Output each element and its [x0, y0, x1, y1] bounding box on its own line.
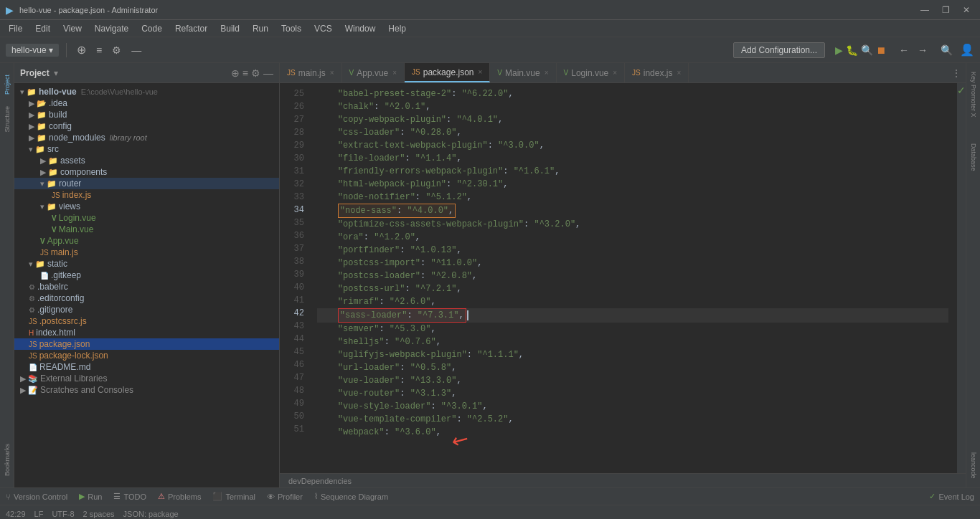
- project-panel-toggle[interactable]: Project: [2, 69, 12, 100]
- terminal-tab[interactable]: ⬛ Terminal: [212, 492, 255, 501]
- tree-item-package-json[interactable]: JS package.json: [14, 338, 279, 350]
- profiler-tab[interactable]: 👁 Profiler: [267, 492, 303, 501]
- tab-more-button[interactable]: ⋮: [947, 67, 966, 79]
- tree-item-gitkeep[interactable]: 📄 .gitkeep: [14, 270, 279, 281]
- toolbar-sync-icon[interactable]: ≡: [93, 43, 105, 57]
- menu-run[interactable]: Run: [247, 22, 274, 35]
- error-indicator[interactable]: ✓: [957, 85, 966, 96]
- database-label[interactable]: Database: [969, 138, 979, 177]
- tab-main-vue[interactable]: V Main.vue ×: [490, 63, 556, 82]
- menu-edit[interactable]: Edit: [29, 22, 56, 35]
- menu-code[interactable]: Code: [136, 22, 168, 35]
- panel-settings-icon[interactable]: ⚙: [251, 67, 260, 79]
- search-everywhere-icon[interactable]: 🔍: [938, 43, 956, 57]
- toolbar-collapse-icon[interactable]: —: [128, 43, 144, 57]
- tree-item-postcssrc[interactable]: JS .postcssrc.js: [14, 315, 279, 327]
- tree-item-src[interactable]: ▾ 📁 src: [14, 143, 279, 155]
- bookmarks-panel-toggle[interactable]: Bookmarks: [2, 438, 12, 482]
- tab-app-vue[interactable]: V App.vue ×: [342, 63, 405, 82]
- tree-item-build[interactable]: ▶ 📁 build: [14, 109, 279, 120]
- tab-close-login-vue[interactable]: ×: [613, 69, 617, 77]
- todo-tab[interactable]: ☰ TODO: [113, 492, 146, 501]
- close-button[interactable]: ✕: [958, 4, 974, 16]
- code-line-46: "url-loader": "^0.5.8",: [317, 361, 948, 374]
- menu-build[interactable]: Build: [215, 22, 245, 35]
- code-line-33: "node-notifier": "^5.1.2",: [317, 191, 948, 204]
- tab-close-main-js[interactable]: ×: [330, 69, 334, 77]
- tree-item-package-lock[interactable]: JS package-lock.json: [14, 350, 279, 361]
- tree-item-main-vue[interactable]: V Main.vue: [14, 224, 279, 235]
- stop-button[interactable]: ⏹: [876, 44, 886, 56]
- tree-item-views[interactable]: ▾ 📁 views: [14, 201, 279, 212]
- run-tab[interactable]: ▶ Run: [79, 492, 102, 501]
- menu-file[interactable]: File: [3, 22, 28, 35]
- run-button[interactable]: ▶: [835, 44, 843, 56]
- code-area[interactable]: "babel-preset-stage-2": "^6.22.0", "chal…: [308, 83, 957, 473]
- back-button[interactable]: ←: [896, 43, 912, 57]
- menu-help[interactable]: Help: [382, 22, 412, 35]
- restore-button[interactable]: ❐: [938, 4, 954, 16]
- tree-item-scratches[interactable]: ▶ 📝 Scratches and Consoles: [14, 384, 279, 396]
- menu-refactor[interactable]: Refactor: [169, 22, 213, 35]
- tree-item-idea[interactable]: ▶ 📂 .idea: [14, 97, 279, 109]
- panel-collapse-icon[interactable]: ≡: [242, 67, 248, 79]
- tree-item-index-html[interactable]: H index.html: [14, 327, 279, 338]
- structure-panel-toggle[interactable]: Structure: [2, 100, 12, 138]
- panel-dropdown-icon[interactable]: ▾: [54, 68, 58, 78]
- toolbar-add-icon[interactable]: ⊕: [74, 42, 89, 58]
- tree-item-login-vue[interactable]: V Login.vue: [14, 212, 279, 224]
- menu-navigate[interactable]: Navigate: [89, 22, 134, 35]
- panel-close-icon[interactable]: —: [263, 67, 273, 79]
- debug-button[interactable]: 🐛: [846, 44, 858, 56]
- tree-item-router[interactable]: ▾ 📁 router: [14, 178, 279, 189]
- event-log-tab[interactable]: ✓ Event Log: [929, 492, 974, 501]
- menu-window[interactable]: Window: [339, 22, 382, 35]
- cursor-position[interactable]: 42:29: [6, 510, 26, 518]
- tree-item-gitignore[interactable]: ⚙ .gitignore: [14, 304, 279, 315]
- tab-close-main-vue[interactable]: ×: [545, 69, 549, 77]
- tree-item-app-vue[interactable]: V App.vue: [14, 235, 279, 247]
- tree-item-node-modules[interactable]: ▶ 📁 node_modules library root: [14, 132, 279, 143]
- tree-item-static[interactable]: ▾ 📁 static: [14, 258, 279, 270]
- expand-icon-router: ▾: [40, 179, 44, 189]
- filetype-display[interactable]: JSON: package: [123, 510, 179, 518]
- tree-item-config[interactable]: ▶ 📁 config: [14, 120, 279, 132]
- tree-item-hello-vue[interactable]: ▾ 📁 hello-vue E:\code\Vue\hello-vue: [14, 86, 279, 97]
- menu-vcs[interactable]: VCS: [308, 22, 338, 35]
- tree-item-editorconfig[interactable]: ⚙ .editorconfig: [14, 292, 279, 304]
- encoding[interactable]: UTF-8: [52, 510, 74, 518]
- project-selector[interactable]: hello-vue ▾: [6, 44, 59, 57]
- tab-close-package-json[interactable]: ×: [478, 68, 482, 76]
- version-control-tab[interactable]: ⑂ Version Control: [6, 492, 67, 501]
- menu-tools[interactable]: Tools: [275, 22, 307, 35]
- problems-tab[interactable]: ⚠ Problems: [158, 492, 201, 501]
- event-log-label: Event Log: [938, 492, 974, 501]
- scrollbar-area[interactable]: ✓: [957, 83, 966, 473]
- minimize-button[interactable]: —: [916, 4, 933, 16]
- menu-view[interactable]: View: [57, 22, 88, 35]
- tab-login-vue[interactable]: V Login.vue ×: [557, 63, 626, 82]
- leancode-label[interactable]: leancode: [969, 447, 979, 485]
- indent-display[interactable]: 2 spaces: [83, 510, 115, 518]
- tree-item-readme[interactable]: 📄 README.md: [14, 361, 279, 373]
- forward-button[interactable]: →: [915, 43, 930, 57]
- tree-item-babelrc[interactable]: ⚙ .babelrc: [14, 281, 279, 292]
- toolbar-settings-icon[interactable]: ⚙: [109, 43, 124, 57]
- tree-item-assets[interactable]: ▶ 📁 assets: [14, 155, 279, 166]
- panel-scope-icon[interactable]: ⊕: [231, 67, 240, 79]
- tab-main-js[interactable]: JS main.js ×: [280, 63, 342, 82]
- tree-item-components[interactable]: ▶ 📁 components: [14, 166, 279, 178]
- tab-package-json[interactable]: JS package.json ×: [405, 63, 490, 82]
- run-with-coverage-button[interactable]: 🔍: [861, 44, 873, 56]
- user-avatar[interactable]: 👤: [960, 43, 974, 57]
- add-configuration-button[interactable]: Add Configuration...: [733, 42, 825, 58]
- tree-item-router-index[interactable]: JS index.js: [14, 189, 279, 201]
- key-promoter-label[interactable]: Key Promoter X: [969, 66, 979, 123]
- sequence-diagram-tab[interactable]: ⌇ Sequence Diagram: [314, 492, 388, 501]
- tree-item-ext-libs[interactable]: ▶ 📚 External Libraries: [14, 373, 279, 384]
- tab-index-js[interactable]: JS index.js ×: [625, 63, 689, 82]
- tree-item-main-js[interactable]: JS main.js: [14, 247, 279, 258]
- vue-icon-app: V: [40, 237, 45, 245]
- tab-close-app-vue[interactable]: ×: [392, 69, 397, 77]
- tab-close-index-js[interactable]: ×: [677, 69, 681, 77]
